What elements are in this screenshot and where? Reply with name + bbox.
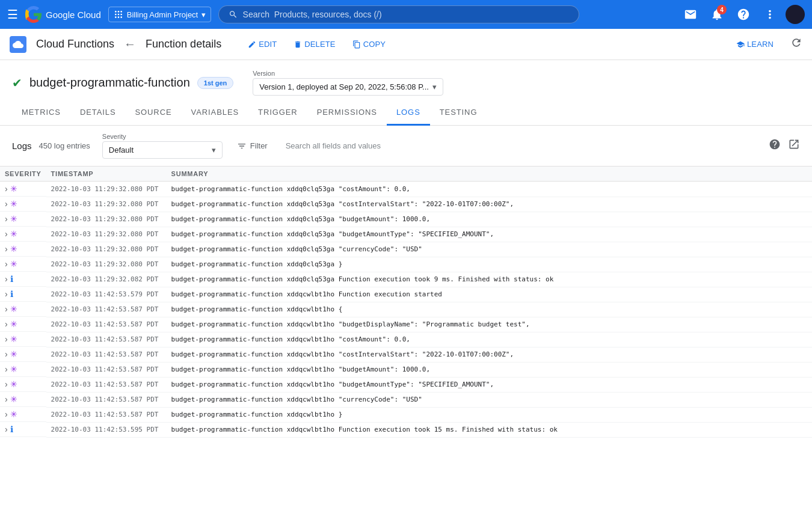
table-row[interactable]: ›✳2022-10-03 11:42:53.587 PDTbudget-prog… bbox=[0, 407, 812, 422]
help-btn[interactable] bbox=[733, 4, 754, 25]
table-row[interactable]: ›✳2022-10-03 11:42:53.587 PDTbudget-prog… bbox=[0, 392, 812, 407]
expand-row-btn[interactable]: › bbox=[5, 289, 8, 299]
tab-details[interactable]: DETAILS bbox=[70, 100, 126, 126]
table-row[interactable]: ›✳2022-10-03 11:42:53.587 PDTbudget-prog… bbox=[0, 317, 812, 332]
table-row[interactable]: ›✳2022-10-03 11:29:32.080 PDTbudget-prog… bbox=[0, 257, 812, 272]
expand-row-btn[interactable]: › bbox=[5, 199, 8, 209]
severity-select[interactable]: Default ▾ bbox=[102, 141, 223, 159]
severity-label: Severity bbox=[102, 133, 223, 140]
tab-permissions[interactable]: PERMISSIONS bbox=[307, 100, 387, 126]
filter-icon bbox=[237, 141, 247, 151]
open-in-new-icon[interactable] bbox=[788, 138, 800, 153]
gen-badge: 1st gen bbox=[197, 77, 234, 89]
filter-button[interactable]: Filter bbox=[230, 138, 275, 155]
summary-cell: budget-programmatic-function xddq0clq53g… bbox=[167, 272, 812, 287]
timestamp-cell: 2022-10-03 11:42:53.587 PDT bbox=[46, 347, 167, 362]
timestamp-cell: 2022-10-03 11:42:53.579 PDT bbox=[46, 287, 167, 302]
search-bar[interactable] bbox=[218, 5, 579, 23]
table-row[interactable]: ›✳2022-10-03 11:42:53.587 PDTbudget-prog… bbox=[0, 332, 812, 347]
open-new-window-icon bbox=[788, 138, 800, 150]
severity-icon: ℹ bbox=[10, 424, 13, 434]
tab-source[interactable]: SOURCE bbox=[125, 100, 181, 126]
user-avatar[interactable] bbox=[786, 5, 805, 24]
expand-row-btn[interactable]: › bbox=[5, 244, 8, 254]
copy-button[interactable]: COPY bbox=[345, 36, 393, 52]
table-row[interactable]: ›✳2022-10-03 11:29:32.080 PDTbudget-prog… bbox=[0, 182, 812, 197]
expand-row-btn[interactable]: › bbox=[5, 259, 8, 269]
expand-row-btn[interactable]: › bbox=[5, 334, 8, 344]
table-row[interactable]: ›✳2022-10-03 11:29:32.080 PDTbudget-prog… bbox=[0, 212, 812, 227]
severity-cell: ›✳ bbox=[0, 212, 46, 227]
expand-row-btn[interactable]: › bbox=[5, 214, 8, 224]
google-cloud-logo[interactable]: Google Cloud bbox=[25, 6, 101, 23]
severity-icon: ✳ bbox=[10, 244, 17, 254]
version-chevron-icon: ▾ bbox=[432, 82, 437, 91]
expand-row-btn[interactable]: › bbox=[5, 349, 8, 359]
summary-cell: budget-programmatic-function xddqcwlbt1h… bbox=[167, 347, 812, 362]
email-icon bbox=[684, 8, 697, 21]
expand-row-btn[interactable]: › bbox=[5, 364, 8, 374]
expand-row-btn[interactable]: › bbox=[5, 379, 8, 389]
expand-row-btn[interactable]: › bbox=[5, 184, 8, 194]
tab-testing[interactable]: TESTING bbox=[430, 100, 487, 126]
tab-logs[interactable]: LOGS bbox=[387, 100, 430, 126]
timestamp-cell: 2022-10-03 11:42:53.587 PDT bbox=[46, 317, 167, 332]
table-row[interactable]: ›✳2022-10-03 11:29:32.080 PDTbudget-prog… bbox=[0, 197, 812, 212]
table-row[interactable]: ›✳2022-10-03 11:42:53.587 PDTbudget-prog… bbox=[0, 302, 812, 317]
summary-cell: budget-programmatic-function xddqcwlbt1h… bbox=[167, 377, 812, 392]
severity-cell: ›✳ bbox=[0, 227, 46, 242]
table-row[interactable]: ›✳2022-10-03 11:42:53.587 PDTbudget-prog… bbox=[0, 347, 812, 362]
delete-button[interactable]: DELETE bbox=[286, 36, 342, 52]
refresh-icon bbox=[790, 37, 802, 49]
email-icon-btn[interactable] bbox=[680, 4, 701, 25]
edit-button[interactable]: EDIT bbox=[241, 36, 284, 52]
table-row[interactable]: ›✳2022-10-03 11:42:53.587 PDTbudget-prog… bbox=[0, 362, 812, 377]
severity-chevron-icon: ▾ bbox=[212, 145, 216, 155]
timestamp-cell: 2022-10-03 11:42:53.587 PDT bbox=[46, 407, 167, 422]
help-logs-icon[interactable] bbox=[769, 138, 781, 153]
hamburger-icon[interactable]: ☰ bbox=[7, 7, 18, 22]
severity-icon: ℹ bbox=[10, 274, 13, 284]
notifications-btn[interactable]: 4 bbox=[706, 4, 728, 25]
more-options-btn[interactable] bbox=[759, 4, 781, 25]
expand-row-btn[interactable]: › bbox=[5, 304, 8, 314]
table-row[interactable]: ›ℹ2022-10-03 11:42:53.579 PDTbudget-prog… bbox=[0, 287, 812, 302]
summary-cell: budget-programmatic-function xddq0clq53g… bbox=[167, 197, 812, 212]
search-input[interactable] bbox=[243, 10, 570, 19]
more-vert-icon bbox=[763, 8, 777, 21]
table-row[interactable]: ›ℹ2022-10-03 11:42:53.595 PDTbudget-prog… bbox=[0, 422, 812, 437]
version-select[interactable]: Version 1, deployed at Sep 20, 2022, 5:5… bbox=[253, 78, 443, 96]
severity-cell: ›ℹ bbox=[0, 422, 46, 437]
tab-trigger[interactable]: TRIGGER bbox=[248, 100, 307, 126]
tab-variables[interactable]: VARIABLES bbox=[182, 100, 248, 126]
version-label: Version bbox=[253, 70, 443, 77]
filter-label: Filter bbox=[250, 141, 268, 150]
expand-row-btn[interactable]: › bbox=[5, 394, 8, 404]
severity-cell: ›✳ bbox=[0, 362, 46, 377]
tab-metrics[interactable]: METRICS bbox=[12, 100, 70, 126]
log-table-container[interactable]: SEVERITY TIMESTAMP SUMMARY ›✳2022-10-03 … bbox=[0, 167, 812, 438]
notification-badge: 4 bbox=[717, 5, 727, 14]
table-row[interactable]: ›✳2022-10-03 11:29:32.080 PDTbudget-prog… bbox=[0, 227, 812, 242]
learn-button[interactable]: LEARN bbox=[729, 36, 781, 52]
table-row[interactable]: ›✳2022-10-03 11:29:32.080 PDTbudget-prog… bbox=[0, 242, 812, 257]
project-dots-icon bbox=[114, 10, 123, 19]
back-button[interactable]: ← bbox=[124, 37, 136, 51]
expand-row-btn[interactable]: › bbox=[5, 424, 8, 434]
svg-point-6 bbox=[115, 16, 117, 18]
delete-icon bbox=[294, 40, 302, 49]
expand-row-btn[interactable]: › bbox=[5, 409, 8, 419]
severity-icon: ✳ bbox=[10, 319, 17, 329]
expand-row-btn[interactable]: › bbox=[5, 319, 8, 329]
project-selector[interactable]: Billing Admin Project ▾ bbox=[108, 7, 212, 22]
table-row[interactable]: ›ℹ2022-10-03 11:29:32.082 PDTbudget-prog… bbox=[0, 272, 812, 287]
timestamp-cell: 2022-10-03 11:29:32.080 PDT bbox=[46, 257, 167, 272]
refresh-button[interactable] bbox=[790, 37, 802, 52]
table-row[interactable]: ›✳2022-10-03 11:42:53.587 PDTbudget-prog… bbox=[0, 377, 812, 392]
summary-cell: budget-programmatic-function xddqcwlbt1h… bbox=[167, 407, 812, 422]
summary-cell: budget-programmatic-function xddqcwlbt1h… bbox=[167, 362, 812, 377]
edit-icon bbox=[248, 40, 256, 49]
expand-row-btn[interactable]: › bbox=[5, 229, 8, 239]
log-search-input[interactable] bbox=[282, 138, 761, 154]
expand-row-btn[interactable]: › bbox=[5, 274, 8, 284]
